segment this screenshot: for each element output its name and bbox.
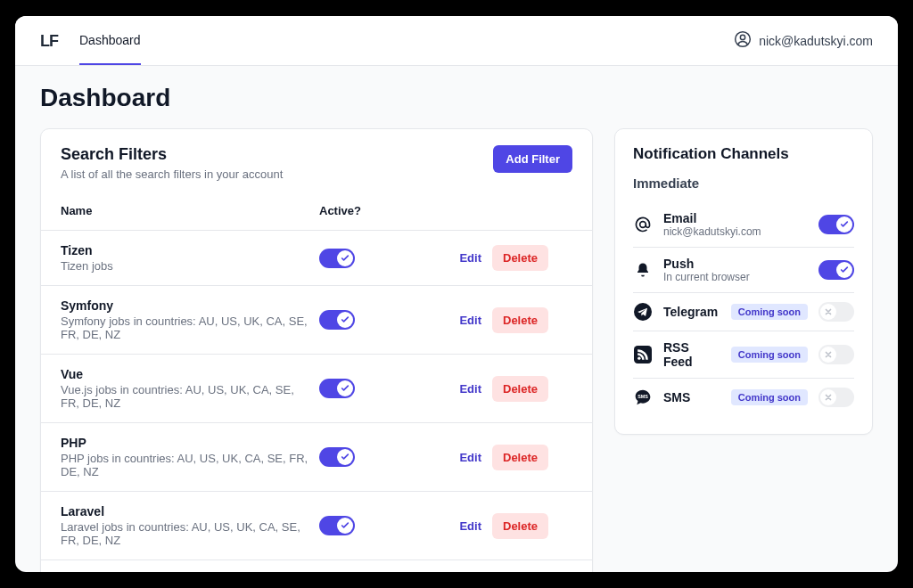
- toggle[interactable]: [818, 215, 854, 234]
- toggle[interactable]: [319, 379, 355, 398]
- filters-card: Search Filters A list of all the search …: [40, 128, 593, 572]
- filters-subtitle: A list of all the search filters in your…: [61, 167, 283, 181]
- channels-card: Notification Channels Immediate Emailnic…: [614, 128, 873, 435]
- filter-row: SymfonySymfony jobs in countries: AU, US…: [41, 285, 592, 354]
- svg-text:SMS: SMS: [637, 394, 648, 399]
- coming-soon-badge: Coming soon: [731, 389, 808, 405]
- filter-row: All JS jobsAll Js jobs testEditDelete: [41, 559, 592, 572]
- user-email: nick@kadutskyi.com: [759, 34, 873, 48]
- col-active: Active?: [319, 204, 417, 217]
- toggle[interactable]: [319, 310, 355, 330]
- channel-row: RSS FeedComing soon: [633, 331, 854, 378]
- delete-button[interactable]: Delete: [492, 445, 548, 470]
- filter-name: Symfony: [61, 298, 308, 313]
- page-title: Dashboard: [40, 84, 873, 112]
- filter-row: VueVue.js jobs in countries: AU, US, UK,…: [41, 354, 592, 422]
- telegram-icon: [633, 302, 653, 322]
- edit-link[interactable]: Edit: [428, 382, 481, 396]
- coming-soon-badge: Coming soon: [731, 347, 808, 363]
- filter-name: PHP: [61, 436, 308, 450]
- logo: LF: [40, 33, 58, 49]
- channel-name: Telegram: [663, 305, 720, 319]
- delete-button[interactable]: Delete: [492, 307, 548, 333]
- svg-point-5: [637, 357, 640, 360]
- channels-group: Immediate: [633, 176, 854, 191]
- filter-name: Laravel: [61, 504, 308, 519]
- edit-link[interactable]: Edit: [428, 519, 481, 533]
- channel-name: Email: [663, 211, 808, 225]
- channels-title: Notification Channels: [633, 145, 854, 163]
- toggle: [818, 302, 854, 322]
- channel-name: SMS: [663, 390, 720, 404]
- channel-row: PushIn current browser: [633, 247, 854, 292]
- filter-desc: Tizen jobs: [61, 259, 308, 273]
- user-menu[interactable]: nick@kadutskyi.com: [734, 30, 873, 51]
- top-bar: LF Dashboard nick@kadutskyi.com: [15, 16, 898, 66]
- channel-desc: nick@kadutskyi.com: [663, 225, 808, 238]
- nav-dashboard[interactable]: Dashboard: [79, 16, 141, 65]
- toggle: [818, 345, 854, 364]
- sms-icon: SMS: [633, 388, 653, 407]
- channel-name: Push: [663, 257, 808, 271]
- channel-name: RSS Feed: [663, 340, 720, 369]
- push-icon: [633, 260, 653, 280]
- filters-table: Name Active? TizenTizen jobsEditDeleteSy…: [41, 192, 592, 572]
- filter-desc: Vue.js jobs in countries: AU, US, UK, CA…: [61, 383, 308, 410]
- rss-icon: [633, 345, 653, 364]
- filter-name: Vue: [61, 367, 308, 381]
- toggle[interactable]: [319, 249, 355, 268]
- toggle[interactable]: [818, 260, 854, 280]
- filter-row: TizenTizen jobsEditDelete: [41, 230, 592, 285]
- edit-link[interactable]: Edit: [428, 314, 481, 327]
- delete-button[interactable]: Delete: [492, 376, 548, 402]
- toggle[interactable]: [319, 447, 355, 467]
- svg-point-1: [741, 35, 745, 39]
- coming-soon-badge: Coming soon: [731, 304, 808, 320]
- col-name: Name: [61, 204, 308, 217]
- add-filter-button[interactable]: Add Filter: [493, 145, 572, 173]
- edit-link[interactable]: Edit: [428, 251, 481, 265]
- svg-point-2: [640, 222, 646, 228]
- user-icon: [734, 30, 752, 51]
- delete-button[interactable]: Delete: [492, 513, 548, 539]
- svg-rect-4: [634, 346, 652, 363]
- svg-point-3: [634, 303, 652, 321]
- filters-title: Search Filters: [61, 145, 283, 164]
- filter-desc: Laravel jobs in countries: AU, US, UK, C…: [61, 520, 308, 547]
- filter-row: LaravelLaravel jobs in countries: AU, US…: [41, 491, 592, 559]
- channel-desc: In current browser: [663, 271, 808, 283]
- filter-row: PHPPHP jobs in countries: AU, US, UK, CA…: [41, 422, 592, 491]
- delete-button[interactable]: Delete: [492, 245, 548, 271]
- channel-row: TelegramComing soon: [633, 292, 854, 331]
- edit-link[interactable]: Edit: [428, 451, 481, 464]
- filter-desc: Symfony jobs in countries: AU, US, UK, C…: [61, 314, 308, 341]
- channel-row: Emailnick@kadutskyi.com: [633, 201, 854, 247]
- channel-row: SMSSMSComing soon: [633, 378, 854, 416]
- filter-desc: PHP jobs in countries: AU, US, UK, CA, S…: [61, 452, 308, 478]
- email-icon: [633, 215, 653, 234]
- filter-name: Tizen: [61, 243, 308, 257]
- toggle: [818, 388, 854, 407]
- toggle[interactable]: [319, 516, 355, 535]
